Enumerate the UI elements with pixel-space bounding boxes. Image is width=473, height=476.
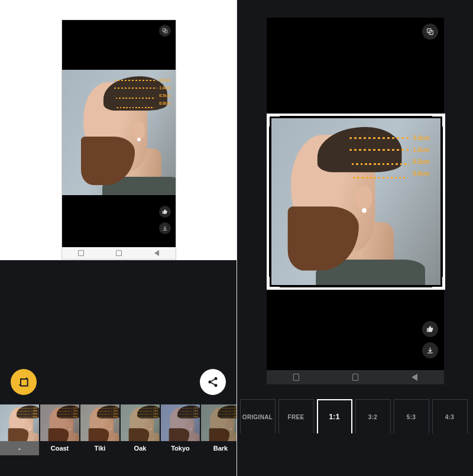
filter-thumb: 3.0cm1.0cm0.5cm0.0cm (161, 404, 200, 441)
crop-photo: 3.0cm 1.0cm 0.5cm 0.0cm (271, 118, 440, 285)
white-background: 3.0cm 1.0cm 0.5cm 0.0cm (0, 0, 237, 260)
aspect-ratio-4-3[interactable]: 4:3 (432, 399, 468, 433)
filter-item-coast[interactable]: 3.0cm1.0cm0.5cm0.0cmCoast (40, 404, 79, 456)
crop-handle-bl[interactable] (267, 277, 280, 290)
guide-label: 3.0cm (413, 135, 429, 141)
crop-handle-tr[interactable] (432, 114, 445, 127)
thumbs-up-icon[interactable] (422, 321, 438, 337)
filter-panel: 3.0cm 1.0cm 0.5cm 0.0cm (0, 0, 237, 476)
crop-panel: 3.0cm 1.0cm 0.5cm 0.0cm ORI (237, 0, 474, 476)
download-icon[interactable] (159, 222, 171, 234)
filter-item-tokyo[interactable]: 3.0cm1.0cm0.5cm0.0cmTokyo (161, 404, 200, 456)
aspect-ratio-free[interactable]: FREE (278, 399, 314, 433)
recent-apps-icon[interactable] (293, 374, 299, 380)
hair-length-guides: 3.0cm 1.0cm 0.5cm 0.0cm (349, 135, 430, 182)
crop-handle-br[interactable] (432, 277, 445, 290)
filter-label: Bark (201, 441, 237, 455)
aspect-ratio-original[interactable]: ORIGINAL (240, 399, 276, 433)
svg-point-4 (208, 381, 211, 384)
guide-label: 0.5cm (159, 93, 171, 98)
guide-label: 1.0cm (159, 86, 171, 90)
crop-handle-tl[interactable] (267, 114, 280, 127)
guide-label: 0.0cm (159, 101, 171, 105)
back-icon[interactable] (412, 374, 417, 380)
filter-strip[interactable]: 3.0cm1.0cm0.5cm0.0cm-3.0cm1.0cm0.5cm0.0c… (0, 404, 237, 456)
crop-frame[interactable]: 3.0cm 1.0cm 0.5cm 0.0cm (267, 114, 445, 290)
filter-thumb: 3.0cm1.0cm0.5cm0.0cm (0, 404, 39, 441)
aspect-ratio-1-1[interactable]: 1:1 (317, 399, 352, 433)
back-icon[interactable] (154, 250, 160, 256)
aspect-ratio-strip[interactable]: ORIGINALFREE1:13:25:34:3 (240, 399, 474, 433)
filter-label: Tokyo (161, 441, 200, 455)
thumbs-up-icon[interactable] (159, 206, 171, 218)
filter-label: Coast (40, 441, 79, 455)
filter-item--[interactable]: 3.0cm1.0cm0.5cm0.0cm- (0, 404, 39, 456)
svg-point-5 (214, 384, 217, 387)
home-icon[interactable] (116, 250, 122, 256)
filter-label: - (0, 441, 39, 455)
hair-length-guides: 3.0cm 1.0cm 0.5cm 0.0cm (114, 78, 171, 109)
compare-icon[interactable] (422, 24, 438, 40)
guide-label: 3.0cm (159, 78, 171, 82)
filter-item-oak[interactable]: 3.0cm1.0cm0.5cm0.0cmOak (121, 404, 160, 456)
filter-label: Tiki (80, 441, 119, 455)
download-icon[interactable] (422, 342, 438, 358)
guide-label: 1.0cm (413, 147, 429, 153)
svg-rect-2 (21, 379, 28, 386)
guide-label: 0.5cm (413, 158, 429, 165)
filter-thumb: 3.0cm1.0cm0.5cm0.0cm (201, 404, 237, 441)
filter-thumb: 3.0cm1.0cm0.5cm0.0cm (40, 404, 79, 441)
preview-photo: 3.0cm 1.0cm 0.5cm 0.0cm (62, 70, 176, 195)
filter-label: Oak (121, 441, 160, 455)
android-nav-bar (267, 370, 444, 384)
android-nav-bar (62, 247, 176, 259)
crop-button[interactable] (11, 369, 37, 395)
filter-thumb: 3.0cm1.0cm0.5cm0.0cm (121, 404, 160, 441)
aspect-ratio-3-2[interactable]: 3:2 (355, 399, 391, 433)
filter-item-bark[interactable]: 3.0cm1.0cm0.5cm0.0cmBark (201, 404, 237, 456)
aspect-ratio-5-3[interactable]: 5:3 (394, 399, 429, 433)
phone-screen: 3.0cm 1.0cm 0.5cm 0.0cm (62, 20, 176, 247)
compare-icon[interactable] (159, 25, 171, 37)
share-button[interactable] (200, 369, 226, 395)
guide-label: 0.0cm (413, 170, 429, 177)
crop-preview-stack: 3.0cm 1.0cm 0.5cm 0.0cm (267, 18, 444, 384)
filter-item-tiki[interactable]: 3.0cm1.0cm0.5cm0.0cmTiki (80, 404, 119, 456)
svg-point-3 (214, 377, 217, 380)
filter-thumb: 3.0cm1.0cm0.5cm0.0cm (80, 404, 119, 441)
recent-apps-icon[interactable] (78, 250, 84, 256)
phone-frame: 3.0cm 1.0cm 0.5cm 0.0cm (62, 20, 176, 259)
home-icon[interactable] (352, 374, 358, 380)
